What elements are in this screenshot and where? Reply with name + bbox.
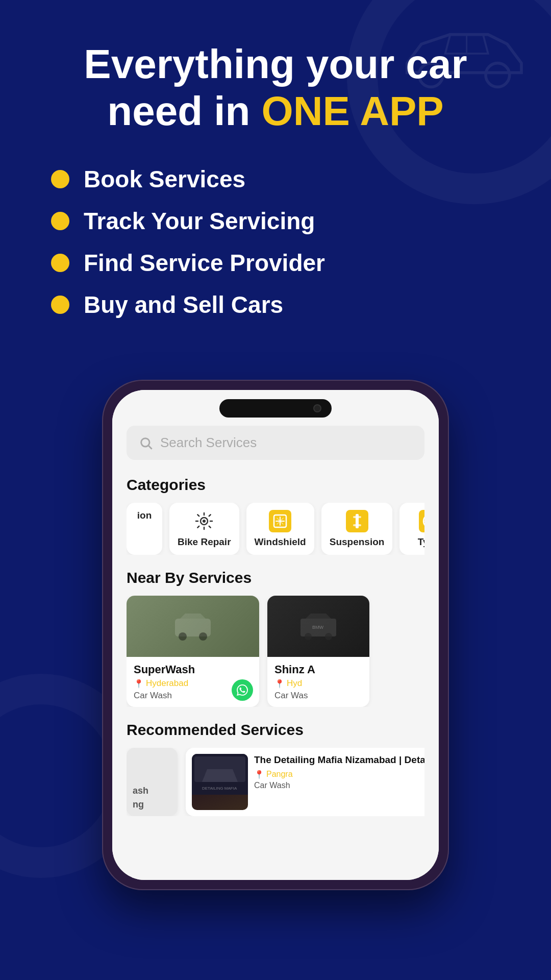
feature-list: Book Services Track Your Servicing Find … [31, 165, 520, 318]
detailing-image: DETAILING MAFIA [192, 754, 248, 810]
hero-title: Everything your car need in ONE APP [31, 41, 520, 135]
detailing-type: Car Wash [254, 781, 424, 790]
location-pin-icon-2: 📍 [274, 679, 285, 689]
feature-text-buy: Buy and Sell Cars [84, 291, 283, 318]
search-icon [139, 436, 153, 450]
feature-text-track: Track Your Servicing [84, 207, 315, 235]
shinz-info: Shinz A 📍 Hyd Car Was [267, 657, 369, 707]
location-pin-icon-3: 📍 [254, 770, 264, 779]
feature-text-find: Find Service Provider [84, 249, 325, 277]
shinz-type: Car Was [274, 691, 362, 701]
bullet-dot-find [51, 254, 69, 272]
svg-rect-10 [353, 524, 361, 526]
phone-container: Search Services Categories ion [0, 380, 551, 890]
nearby-section: Near By Services [127, 569, 424, 707]
windshield-icon [269, 510, 291, 532]
svg-rect-9 [353, 516, 361, 518]
bullet-dot-buy [51, 296, 69, 314]
recommended-title: Recommended Services [127, 721, 424, 739]
svg-point-3 [141, 438, 149, 446]
categories-title: Categories [127, 476, 424, 494]
svg-point-22 [325, 633, 332, 640]
gear-icon [193, 510, 215, 532]
partial-text-2: ng [133, 799, 171, 810]
svg-point-6 [203, 520, 206, 523]
recommended-section: Recommended Services ash ng [127, 721, 424, 816]
feature-item-track: Track Your Servicing [51, 207, 500, 235]
svg-point-21 [305, 633, 312, 640]
shinz-location: 📍 Hyd [274, 678, 362, 689]
rec-card-body-detailing: DETAILING MAFIA The Detailing Mafia Niza… [186, 748, 424, 816]
hero-section: Everything your car need in ONE APP Book… [0, 0, 551, 370]
cat-label-suspension: Suspension [330, 536, 385, 548]
category-card-bike-repair[interactable]: Bike Repair [169, 503, 239, 555]
feature-text-book: Book Services [84, 165, 245, 193]
feature-item-buy: Buy and Sell Cars [51, 291, 500, 318]
rec-card-partial-left: ash ng [127, 748, 178, 816]
suspension-icon [346, 510, 368, 532]
bullet-dot-track [51, 212, 69, 230]
partial-text-1: ash [133, 786, 171, 796]
phone-inner: Search Services Categories ion [112, 390, 439, 880]
recommended-row: ash ng [127, 748, 424, 816]
shinz-image: BMW [267, 596, 369, 657]
service-card-superwash[interactable]: SuperWash 📍 Hyderabad Car Wash [127, 596, 259, 707]
location-pin-icon: 📍 [134, 679, 144, 689]
svg-point-19 [199, 632, 207, 641]
category-card-windshield[interactable]: Windshield [246, 503, 314, 555]
search-bar[interactable]: Search Services [127, 426, 424, 460]
rec-card-info-detailing: The Detailing Mafia Nizamabad | Detailin… [254, 754, 424, 810]
bullet-dot-book [51, 170, 69, 188]
phone-content: Search Services Categories ion [112, 390, 439, 880]
superwash-image [127, 596, 259, 657]
superwash-name: SuperWash [134, 663, 252, 676]
phone-mockup: Search Services Categories ion [102, 380, 449, 890]
feature-item-find: Find Service Provider [51, 249, 500, 277]
category-card-tyres[interactable]: Tyres [399, 503, 424, 555]
nearby-title: Near By Services [127, 569, 424, 586]
svg-text:DETAILING MAFIA: DETAILING MAFIA [202, 786, 237, 791]
cat-label-windshield: Windshield [255, 536, 306, 548]
category-card-suspension[interactable]: Suspension [321, 503, 393, 555]
category-card-partial[interactable]: ion [127, 503, 162, 555]
categories-row: ion Bike Repair [127, 503, 424, 555]
service-card-shinz[interactable]: BMW Shinz A 📍 Hyd Car Was [267, 596, 369, 707]
svg-point-18 [179, 632, 187, 641]
detailing-name: The Detailing Mafia Nizamabad | Detailin… [254, 754, 424, 767]
nearby-row: SuperWash 📍 Hyderabad Car Wash [127, 596, 424, 707]
phone-notch [219, 399, 332, 418]
notch-camera [313, 404, 321, 412]
categories-section: Categories ion [127, 476, 424, 555]
cat-label-tyres: Tyres [418, 536, 424, 548]
whatsapp-button-superwash[interactable] [232, 679, 253, 701]
svg-line-4 [148, 446, 152, 449]
rec-card-detailing[interactable]: DETAILING MAFIA The Detailing Mafia Niza… [186, 748, 424, 816]
shinz-name: Shinz A [274, 663, 362, 676]
cat-label-bike-repair: Bike Repair [178, 536, 231, 548]
search-placeholder: Search Services [160, 435, 257, 451]
detailing-location: 📍 Pangra [254, 770, 424, 779]
cat-label-partial: ion [137, 510, 152, 521]
svg-text:BMW: BMW [312, 625, 324, 630]
feature-item-book: Book Services [51, 165, 500, 193]
tyre-icon [419, 510, 424, 532]
